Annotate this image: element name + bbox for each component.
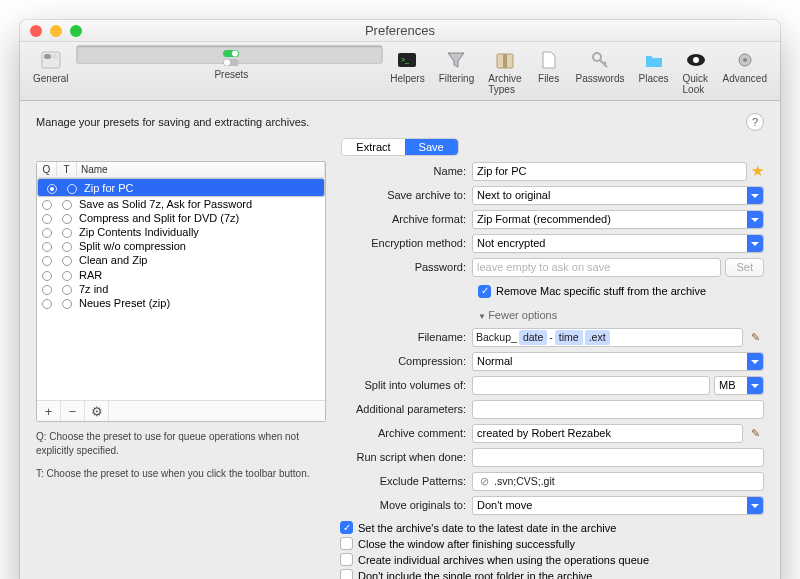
toolbar-filtering[interactable]: Filtering: [432, 45, 482, 98]
toolbar-advanced[interactable]: Advanced: [716, 45, 774, 98]
remove-mac-checkbox[interactable]: [478, 285, 491, 298]
toolbar-passwords[interactable]: Passwords: [569, 45, 632, 98]
filename-label: Filename:: [340, 331, 472, 343]
saveto-label: Save archive to:: [340, 189, 472, 201]
password-set-button[interactable]: Set: [725, 258, 764, 277]
toolbar-radio[interactable]: [62, 228, 72, 238]
preset-name: Neues Preset (zip): [77, 297, 325, 309]
preset-name: RAR: [77, 269, 325, 281]
queue-radio[interactable]: [47, 184, 57, 194]
toolbar-presets[interactable]: Presets: [76, 45, 384, 64]
preset-row[interactable]: Save as Solid 7z, Ask for Password: [37, 197, 325, 211]
password-input[interactable]: [472, 258, 721, 277]
format-label: Archive format:: [340, 213, 472, 225]
toolbar-radio[interactable]: [62, 242, 72, 252]
preset-actions-button[interactable]: ⚙: [85, 401, 109, 421]
exclude-patterns-icon: ⊘: [476, 475, 492, 488]
close-window-checkbox[interactable]: [340, 537, 353, 550]
filename-edit-icon[interactable]: ✎: [747, 328, 764, 346]
preset-list-panel: Q T Name Zip for PCSave as Solid 7z, Ask…: [36, 161, 326, 579]
queue-radio[interactable]: [42, 228, 52, 238]
toolbar-radio[interactable]: [62, 256, 72, 266]
filename-input[interactable]: Backup_ date - time .ext: [472, 328, 743, 347]
window-title: Preferences: [20, 23, 780, 38]
svg-point-11: [593, 53, 601, 61]
queue-radio[interactable]: [42, 200, 52, 210]
queue-radio[interactable]: [42, 299, 52, 309]
split-input[interactable]: [472, 376, 710, 395]
queue-radio[interactable]: [42, 256, 52, 266]
gear-icon: [734, 49, 756, 71]
comment-edit-icon[interactable]: ✎: [747, 424, 764, 442]
comment-label: Archive comment:: [340, 427, 472, 439]
funnel-icon: [445, 49, 467, 71]
toolbar-archive-types[interactable]: Archive Types: [481, 45, 528, 98]
svg-point-13: [693, 57, 699, 63]
preset-list[interactable]: Zip for PCSave as Solid 7z, Ask for Pass…: [37, 178, 325, 400]
preset-row[interactable]: Zip Contents Individually: [37, 225, 325, 239]
favorite-icon[interactable]: ★: [751, 162, 764, 180]
add-preset-button[interactable]: +: [37, 401, 61, 421]
preset-row[interactable]: Zip for PC: [37, 178, 325, 197]
saveto-select[interactable]: Next to original: [472, 186, 764, 205]
toolbar-radio[interactable]: [67, 184, 77, 194]
remove-preset-button[interactable]: −: [61, 401, 85, 421]
fewer-options-toggle[interactable]: Fewer options: [340, 305, 764, 327]
toolbar-quicklook[interactable]: Quick Look: [676, 45, 716, 98]
format-select[interactable]: Zip Format (recommended): [472, 210, 764, 229]
toolbar-files[interactable]: Files: [529, 45, 569, 98]
svg-text:>_: >_: [401, 56, 409, 64]
toolbar-places[interactable]: Places: [632, 45, 676, 98]
split-unit-select[interactable]: MB: [714, 376, 764, 395]
compression-label: Compression:: [340, 355, 472, 367]
hint-t: T: Choose the preset to use when you cli…: [36, 467, 326, 481]
svg-rect-1: [44, 54, 51, 59]
preset-row[interactable]: Clean and Zip: [37, 253, 325, 267]
preset-row[interactable]: RAR: [37, 267, 325, 281]
toolbar-radio[interactable]: [62, 214, 72, 224]
preset-row[interactable]: Split w/o compression: [37, 239, 325, 253]
section-description: Manage your presets for saving and extra…: [36, 116, 746, 128]
split-label: Split into volumes of:: [340, 379, 472, 391]
set-date-checkbox[interactable]: [340, 521, 353, 534]
additional-input[interactable]: [472, 400, 764, 419]
preset-name: Split w/o compression: [77, 240, 325, 252]
toolbar-general[interactable]: General: [26, 45, 76, 98]
queue-radio[interactable]: [42, 242, 52, 252]
preset-name: Zip for PC: [82, 182, 324, 194]
tab-extract[interactable]: Extract: [342, 139, 404, 155]
single-root-checkbox[interactable]: [340, 569, 353, 579]
toolbar-radio[interactable]: [62, 299, 72, 309]
help-button[interactable]: ?: [746, 113, 764, 131]
preset-name: 7z ind: [77, 283, 325, 295]
move-select[interactable]: Don't move: [472, 496, 764, 515]
preset-row[interactable]: Neues Preset (zip): [37, 296, 325, 310]
individual-archives-checkbox[interactable]: [340, 553, 353, 566]
compression-select[interactable]: Normal: [472, 352, 764, 371]
comment-input[interactable]: [472, 424, 743, 443]
archive-icon: [494, 49, 516, 71]
script-label: Run script when done:: [340, 451, 472, 463]
name-input[interactable]: [472, 162, 747, 181]
toolbar-radio[interactable]: [62, 200, 72, 210]
preset-list-header: Q T Name: [37, 162, 325, 178]
toolbar-radio[interactable]: [62, 271, 72, 281]
encryption-select[interactable]: Not encrypted: [472, 234, 764, 253]
preset-list-footer: + − ⚙: [37, 400, 325, 421]
name-label: Name:: [340, 165, 472, 177]
preset-name: Clean and Zip: [77, 254, 325, 266]
preset-row[interactable]: Compress and Split for DVD (7z): [37, 211, 325, 225]
switches-icon: [40, 49, 62, 71]
tab-save[interactable]: Save: [405, 139, 458, 155]
svg-rect-2: [51, 54, 58, 59]
queue-radio[interactable]: [42, 214, 52, 224]
queue-radio[interactable]: [42, 285, 52, 295]
folder-icon: [643, 49, 665, 71]
preset-row[interactable]: 7z ind: [37, 282, 325, 296]
hint-q: Q: Choose the preset to use for queue op…: [36, 430, 326, 457]
toolbar-helpers[interactable]: >_Helpers: [383, 45, 431, 98]
toolbar-radio[interactable]: [62, 285, 72, 295]
script-input[interactable]: [472, 448, 764, 467]
exclude-input[interactable]: ⊘ .svn;CVS;.git: [472, 472, 764, 491]
queue-radio[interactable]: [42, 271, 52, 281]
